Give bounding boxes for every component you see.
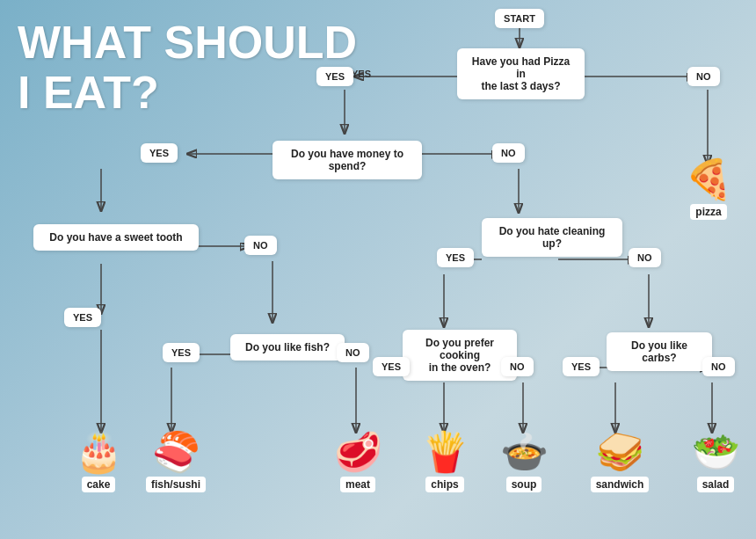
food-cake: 🎂 cake	[63, 429, 134, 492]
yes-box-clean: YES	[437, 248, 474, 267]
no-box-sweet: NO	[244, 236, 277, 255]
food-sandwich: 🥪 sandwich	[585, 429, 655, 492]
no-box-oven: NO	[501, 357, 534, 376]
yes-box-oven: YES	[373, 357, 410, 376]
no-box-clean: NO	[629, 248, 661, 267]
food-meat: 🥩 meat	[327, 429, 389, 492]
money-question-box: Do you have money to spend?	[273, 141, 422, 179]
food-pizza: 🍕 pizza	[677, 157, 740, 220]
sweet-tooth-box: Do you have a sweet tooth	[33, 224, 199, 251]
oven-question-box: Do you prefer cooking in the oven?	[403, 330, 517, 381]
start-box: START	[495, 9, 544, 28]
yes-box-carbs: YES	[563, 357, 600, 376]
yes-box-money: YES	[316, 67, 353, 86]
carbs-question-box: Do you like carbs?	[607, 332, 712, 371]
yes-box-sweet-bottom: YES	[64, 308, 101, 327]
no-box-money-right: NO	[492, 143, 525, 163]
hate-clean-box: Do you hate cleaning up?	[482, 218, 622, 257]
no-box-carbs: NO	[702, 357, 735, 376]
yes-box-money-left: YES	[141, 143, 178, 163]
food-chips: 🍟 chips	[413, 429, 476, 492]
page-title: WHAT SHOULD I EAT?	[18, 18, 357, 118]
food-fish: 🍣 fish/sushi	[141, 429, 211, 492]
food-soup: 🍲 soup	[492, 429, 556, 492]
food-salad: 🥗 salad	[684, 429, 747, 492]
pizza-question-box: Have you had Pizza in the last 3 days?	[457, 48, 585, 99]
no-box-pizza: NO	[687, 67, 720, 86]
yes-box-fish: YES	[163, 343, 200, 362]
no-box-fish: NO	[337, 343, 369, 362]
fish-question-box: Do you like fish?	[230, 334, 345, 361]
yes-label-pizza: YES	[352, 69, 371, 79]
